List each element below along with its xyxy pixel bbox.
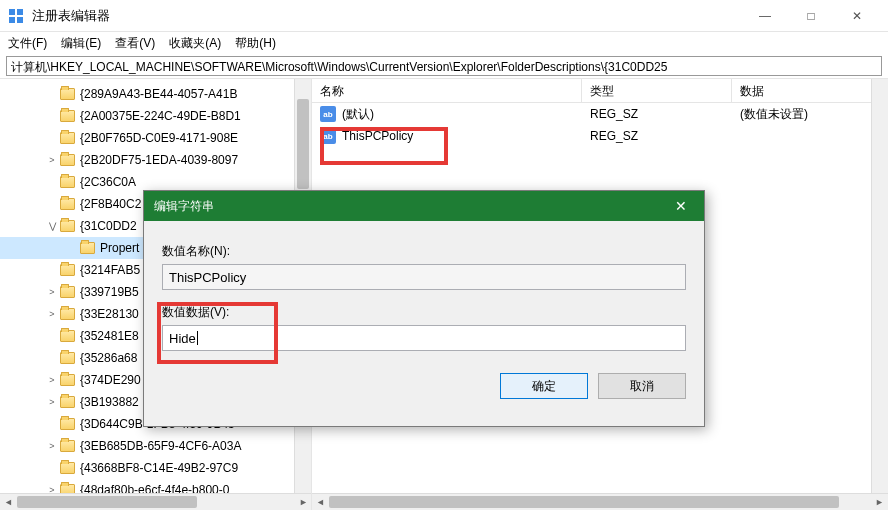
folder-icon	[60, 440, 75, 452]
menu-file[interactable]: 文件(F)	[8, 35, 47, 52]
cancel-button[interactable]: 取消	[598, 373, 686, 399]
folder-icon	[60, 198, 75, 210]
tree-item-label: {2A00375E-224C-49DE-B8D1	[80, 109, 241, 123]
chevron-down-icon[interactable]: ⋁	[46, 221, 58, 231]
chevron-right-icon[interactable]: >	[46, 309, 58, 319]
chevron-right-icon[interactable]: >	[46, 155, 58, 165]
tree-item[interactable]: >{3EB685DB-65F9-4CF6-A03A	[0, 435, 311, 457]
folder-icon	[60, 264, 75, 276]
tree-item-label: {289A9A43-BE44-4057-A41B	[80, 87, 237, 101]
folder-icon	[60, 132, 75, 144]
svg-rect-2	[9, 17, 15, 23]
value-name-label: 数值名称(N):	[162, 243, 686, 260]
scroll-left-icon[interactable]: ◄	[0, 494, 17, 510]
list-row[interactable]: (默认)REG_SZ(数值未设置)	[312, 103, 888, 125]
scroll-right-icon[interactable]: ►	[295, 494, 312, 510]
folder-icon	[60, 330, 75, 342]
tree-item[interactable]: >{2B20DF75-1EDA-4039-8097	[0, 149, 311, 171]
tree-item-label: {3EB685DB-65F9-4CF6-A03A	[80, 439, 241, 453]
folder-icon	[60, 418, 75, 430]
menu-view[interactable]: 查看(V)	[115, 35, 155, 52]
dialog-close-button[interactable]: ✕	[668, 198, 694, 214]
tree-item-label: {2B20DF75-1EDA-4039-8097	[80, 153, 238, 167]
value-name: ThisPCPolicy	[342, 129, 413, 143]
svg-rect-1	[17, 9, 23, 15]
window-title: 注册表编辑器	[32, 7, 742, 25]
value-name: (默认)	[342, 106, 374, 123]
text-caret	[197, 331, 198, 345]
column-data[interactable]: 数据	[732, 79, 888, 102]
folder-icon	[60, 396, 75, 408]
list-vertical-scrollbar[interactable]	[871, 79, 888, 493]
tree-item[interactable]: {2B0F765D-C0E9-4171-908E	[0, 127, 311, 149]
folder-icon	[60, 308, 75, 320]
folder-icon	[60, 176, 75, 188]
tree-item-label: {43668BF8-C14E-49B2-97C9	[80, 461, 238, 475]
folder-icon	[60, 462, 75, 474]
scroll-left-icon[interactable]: ◄	[312, 494, 329, 510]
folder-icon	[60, 110, 75, 122]
folder-icon	[60, 154, 75, 166]
string-value-icon	[320, 106, 336, 122]
tree-item[interactable]: {289A9A43-BE44-4057-A41B	[0, 83, 311, 105]
menu-favorites[interactable]: 收藏夹(A)	[169, 35, 221, 52]
folder-icon	[60, 374, 75, 386]
value-data-label: 数值数据(V):	[162, 304, 686, 321]
edit-string-dialog: 编辑字符串 ✕ 数值名称(N): 数值数据(V): Hide 确定 取消	[143, 190, 705, 427]
minimize-button[interactable]: —	[742, 1, 788, 31]
list-header: 名称 类型 数据	[312, 79, 888, 103]
chevron-right-icon[interactable]: >	[46, 397, 58, 407]
tree-item-label: {3214FAB5	[80, 263, 140, 277]
ok-button[interactable]: 确定	[500, 373, 588, 399]
tree-item[interactable]: {43668BF8-C14E-49B2-97C9	[0, 457, 311, 479]
dialog-titlebar[interactable]: 编辑字符串 ✕	[144, 191, 704, 221]
list-horizontal-scrollbar[interactable]: ◄ ►	[312, 493, 888, 510]
folder-icon	[60, 220, 75, 232]
chevron-right-icon[interactable]: >	[46, 375, 58, 385]
folder-icon	[60, 286, 75, 298]
tree-item-label: {2C36C0A	[80, 175, 136, 189]
folder-icon	[60, 88, 75, 100]
address-bar[interactable]: 计算机\HKEY_LOCAL_MACHINE\SOFTWARE\Microsof…	[6, 56, 882, 76]
menubar: 文件(F) 编辑(E) 查看(V) 收藏夹(A) 帮助(H)	[0, 32, 888, 54]
maximize-button[interactable]: □	[788, 1, 834, 31]
svg-rect-0	[9, 9, 15, 15]
dialog-body: 数值名称(N): 数值数据(V): Hide 确定 取消	[144, 221, 704, 413]
tree-item-label: {31C0DD2	[80, 219, 137, 233]
tree-item-label: {3B193882	[80, 395, 139, 409]
list-row[interactable]: ThisPCPolicyREG_SZ	[312, 125, 888, 147]
value-data-input[interactable]: Hide	[162, 325, 686, 351]
tree-horizontal-scrollbar[interactable]: ◄ ►	[0, 493, 312, 510]
menu-help[interactable]: 帮助(H)	[235, 35, 276, 52]
value-type: REG_SZ	[582, 129, 732, 143]
folder-icon	[80, 242, 95, 254]
close-button[interactable]: ✕	[834, 1, 880, 31]
value-name-input[interactable]	[162, 264, 686, 290]
titlebar: 注册表编辑器 — □ ✕	[0, 0, 888, 32]
tree-item-label: {339719B5	[80, 285, 139, 299]
column-name[interactable]: 名称	[312, 79, 582, 102]
window-controls: — □ ✕	[742, 1, 880, 31]
chevron-right-icon[interactable]: >	[46, 441, 58, 451]
value-type: REG_SZ	[582, 107, 732, 121]
tree-item-label: {35286a68	[80, 351, 137, 365]
column-type[interactable]: 类型	[582, 79, 732, 102]
svg-rect-3	[17, 17, 23, 23]
tree-item-label: {2F8B40C2	[80, 197, 141, 211]
tree-item-label: {2B0F765D-C0E9-4171-908E	[80, 131, 238, 145]
tree-item-label: {374DE290	[80, 373, 141, 387]
value-data: (数值未设置)	[732, 106, 888, 123]
tree-item-label: {352481E8	[80, 329, 139, 343]
scroll-right-icon[interactable]: ►	[871, 494, 888, 510]
chevron-right-icon[interactable]: >	[46, 287, 58, 297]
dialog-title: 编辑字符串	[154, 198, 668, 215]
menu-edit[interactable]: 编辑(E)	[61, 35, 101, 52]
tree-item-label: {33E28130	[80, 307, 139, 321]
tree-item-label: Propert	[100, 241, 139, 255]
folder-icon	[60, 352, 75, 364]
string-value-icon	[320, 128, 336, 144]
app-icon	[8, 8, 24, 24]
tree-item[interactable]: {2A00375E-224C-49DE-B8D1	[0, 105, 311, 127]
